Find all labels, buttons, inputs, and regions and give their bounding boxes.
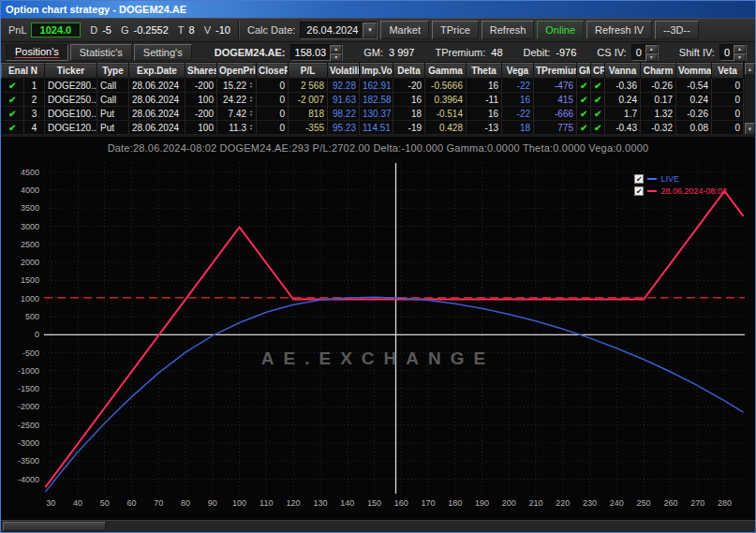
cell-theta: -11: [467, 93, 502, 107]
legend-checkbox[interactable]: ✔: [634, 186, 644, 196]
positions-table: Enal NTickerTypeExp.DateSharesOpenPricCl…: [1, 63, 744, 135]
tpremium-label: TPremium:: [435, 47, 485, 58]
legend-label: LIVE: [660, 174, 679, 184]
cell-tpremium: 415: [534, 93, 577, 107]
cell-ticker: DOGE120...: [45, 121, 97, 135]
column-header-closepri[interactable]: ClosePri: [257, 64, 289, 79]
horizontal-scrollbar[interactable]: [1, 520, 755, 532]
row-enabled-check-icon[interactable]: ✔: [2, 79, 24, 93]
scroll-down-icon[interactable]: ▼: [745, 123, 755, 135]
chevron-down-icon[interactable]: ▼: [363, 22, 377, 38]
cell-volatility: 92.28: [328, 79, 360, 93]
column-header-imp-vo[interactable]: Imp.Vo: [360, 64, 393, 79]
x-tick-label: 70: [154, 498, 163, 508]
column-header-veta[interactable]: Veta: [712, 64, 744, 79]
tab-positions[interactable]: Position's: [6, 44, 68, 61]
cell-open-price: 15.22▲▼: [217, 79, 257, 93]
cell-imp-vol: 130.37: [360, 107, 393, 121]
cs-iv-stepper[interactable]: 0 ▲▼: [631, 44, 659, 61]
column-header-vomma[interactable]: Vomma: [676, 64, 712, 79]
gm-check-icon[interactable]: ✔: [577, 107, 591, 121]
legend-swatch: [647, 190, 657, 192]
gm-check-icon[interactable]: ✔: [577, 79, 591, 93]
gm-check-icon[interactable]: ✔: [577, 93, 591, 107]
title-bar[interactable]: Option chart strategy - DOGEM24.AE: [1, 1, 755, 18]
step-down-icon[interactable]: ▼: [645, 53, 658, 62]
shift-iv-label: Shift IV:: [679, 47, 715, 58]
row-enabled-check-icon[interactable]: ✔: [2, 93, 24, 107]
column-header-gm[interactable]: GM: [577, 64, 591, 79]
cell-delta: 18: [393, 107, 425, 121]
step-up-icon[interactable]: ▲: [330, 45, 342, 53]
step-up-icon[interactable]: ▲: [734, 45, 746, 53]
cpos-check-icon[interactable]: ✔: [591, 93, 605, 107]
column-header-tpremium[interactable]: TPremium: [534, 64, 577, 79]
price-stepper-icon[interactable]: ▲▼: [249, 124, 253, 131]
legend-checkbox[interactable]: ✔: [634, 174, 644, 184]
row-enabled-check-icon[interactable]: ✔: [2, 107, 24, 121]
table-row[interactable]: ✔1DOGE280...Call28.06.2024-20015.22▲▼02 …: [2, 79, 744, 93]
cell-theta: -13: [467, 121, 502, 135]
cell-shares: -200: [185, 79, 217, 93]
column-header-charm[interactable]: Charm: [641, 64, 676, 79]
column-header-delta[interactable]: Delta: [393, 64, 425, 79]
refresh-button[interactable]: Refresh: [482, 21, 535, 39]
three-d-button[interactable]: --3D--: [655, 21, 699, 39]
table-row[interactable]: ✔4DOGE120...Put28.06.202410011.3▲▼0-3559…: [2, 121, 744, 135]
column-header-gamma[interactable]: Gamma: [425, 64, 467, 79]
table-vertical-scrollbar[interactable]: ▲ ▼: [744, 63, 755, 135]
table-row[interactable]: ✔3DOGE100...Put28.06.2024-2007.42▲▼08189…: [2, 107, 744, 121]
column-header-theta[interactable]: Theta: [467, 64, 502, 79]
refresh-iv-button[interactable]: Refresh IV: [586, 21, 652, 39]
gm-check-icon[interactable]: ✔: [577, 121, 591, 135]
cell-veta: 0: [712, 93, 744, 107]
step-up-icon[interactable]: ▲: [645, 45, 658, 53]
table-row[interactable]: ✔2DOGE250...Call28.06.202410024.22▲▼0-2 …: [2, 93, 744, 107]
scroll-up-icon[interactable]: ▲: [745, 63, 755, 75]
column-header-ticker[interactable]: Ticker: [45, 64, 97, 79]
y-tick-label: 4500: [21, 168, 39, 177]
price-stepper-icon[interactable]: ▲▼: [249, 96, 253, 103]
cell-vega: 16: [502, 93, 534, 107]
column-header-openpric[interactable]: OpenPric: [217, 64, 257, 79]
x-tick-label: 180: [448, 498, 462, 508]
column-header-vega[interactable]: Vega: [502, 64, 534, 79]
column-header-cpos[interactable]: CPos: [591, 64, 605, 79]
cpos-check-icon[interactable]: ✔: [591, 79, 605, 93]
vega-greek-value: -10: [215, 24, 230, 36]
online-button[interactable]: Online: [537, 21, 584, 39]
tprice-button[interactable]: TPrice: [432, 21, 479, 39]
cs-iv-label: CS IV:: [597, 47, 626, 58]
pl-chart-area[interactable]: 3040506070809010011012013014015016017018…: [1, 135, 755, 520]
column-header-exp-date[interactable]: Exp.Date: [129, 64, 185, 79]
column-header-shares[interactable]: Shares: [185, 64, 217, 79]
market-button[interactable]: Market: [380, 21, 429, 39]
scrollbar-thumb[interactable]: [3, 522, 106, 531]
price-stepper-icon[interactable]: ▲▼: [249, 110, 253, 117]
column-header-type[interactable]: Type: [97, 64, 129, 79]
cpos-check-icon[interactable]: ✔: [591, 107, 605, 121]
cpos-check-icon[interactable]: ✔: [591, 121, 605, 135]
y-tick-label: 2500: [21, 240, 39, 249]
scrollbar-track[interactable]: [745, 75, 755, 123]
symbol-price-value: 158.03: [291, 45, 331, 60]
x-tick-label: 100: [232, 498, 246, 508]
column-header-volatili[interactable]: Volatili: [328, 64, 360, 79]
row-enabled-check-icon[interactable]: ✔: [2, 121, 24, 135]
column-header-vanna[interactable]: Vanna: [605, 64, 641, 79]
tab-statistics[interactable]: Statistic's: [70, 44, 132, 61]
cell-n: 2: [24, 93, 45, 107]
price-stepper-icon[interactable]: ▲▼: [249, 81, 253, 89]
column-header-enal-n[interactable]: Enal N: [2, 64, 45, 79]
shift-iv-stepper[interactable]: 0 ▲▼: [719, 44, 747, 61]
cell-theta: 16: [467, 79, 502, 93]
column-header-p-l[interactable]: P/L: [289, 64, 328, 79]
step-down-icon[interactable]: ▼: [330, 53, 342, 62]
tab-settings[interactable]: Setting's: [134, 44, 192, 61]
legend-label: 28.06.2024-08:02: [660, 186, 727, 196]
calc-date-select[interactable]: 26.04.2024 ▼: [300, 22, 378, 39]
symbol-price-stepper[interactable]: 158.03 ▲▼: [290, 44, 344, 61]
step-down-icon[interactable]: ▼: [734, 53, 746, 62]
cell-vomma: -0.54: [676, 79, 712, 93]
y-tick-label: -4000: [18, 475, 39, 484]
